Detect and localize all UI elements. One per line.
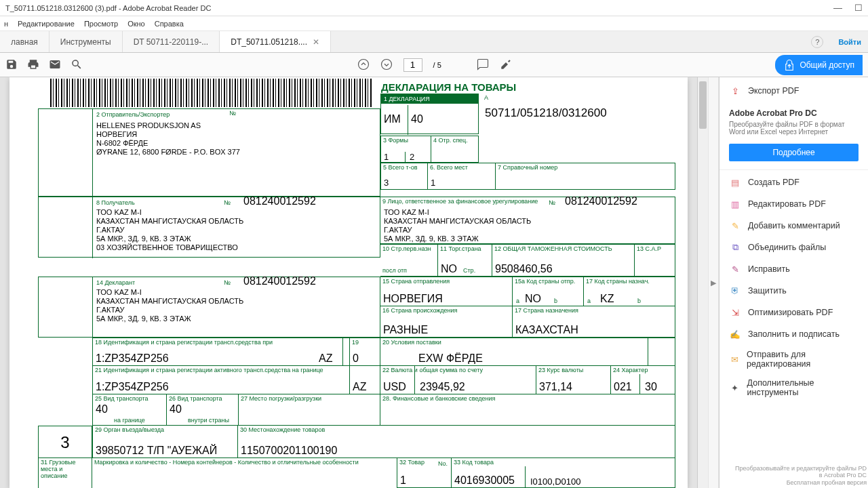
declaration-title: ДЕКЛАРАЦИЯ НА ТОВАРЫ xyxy=(381,81,516,93)
sidebar-item-combine[interactable]: ⧉Объединить файлы xyxy=(719,237,868,258)
menu-window[interactable]: Окно xyxy=(127,20,145,28)
menu-file[interactable]: н xyxy=(4,20,8,28)
search-icon[interactable] xyxy=(71,58,83,72)
sidebar-item-moretools[interactable]: ✦Дополнительные инструменты xyxy=(719,373,868,402)
sign-icon[interactable] xyxy=(500,58,512,72)
share-button[interactable]: Общий доступ xyxy=(775,55,863,75)
redact-icon: ✎ xyxy=(729,263,741,275)
print-icon[interactable] xyxy=(27,58,39,72)
comment-pdf-icon: ✎ xyxy=(729,220,741,232)
sidebar-item-sendreview[interactable]: ✉Отправить для редактирования xyxy=(719,345,868,373)
menubar: н Редактирование Просмотр Окно Справка xyxy=(0,16,868,31)
page-up-icon[interactable] xyxy=(357,58,370,72)
sidebar-item-redact[interactable]: ✎Исправить xyxy=(719,258,868,280)
page-number-input[interactable] xyxy=(403,58,422,72)
combine-icon: ⧉ xyxy=(729,241,741,253)
create-pdf-icon: ▤ xyxy=(729,176,741,188)
sidebar-item-edit[interactable]: ▥Редактировать PDF xyxy=(719,193,868,215)
sidebar-item-create[interactable]: ▤Создать PDF xyxy=(719,171,868,193)
login-button[interactable]: Войти xyxy=(831,38,868,46)
send-icon: ✉ xyxy=(729,353,740,365)
svg-point-0 xyxy=(358,59,368,69)
tab-doc1[interactable]: DT 50711-220119-... xyxy=(123,31,220,52)
vertical-scrollbar[interactable] xyxy=(697,77,708,488)
menu-view[interactable]: Просмотр xyxy=(84,20,118,28)
window-titlebar: T_50711.051218.0312600 (3).pdf - Adobe A… xyxy=(0,0,868,16)
sidebar-item-export[interactable]: ⇪Экспорт PDF xyxy=(719,80,868,102)
comment-icon[interactable] xyxy=(477,58,489,72)
sidebar-item-fillsign[interactable]: ✍Заполнить и подписать xyxy=(719,323,868,345)
tab-tools[interactable]: Инструменты xyxy=(50,31,123,52)
tab-doc2[interactable]: DT_50711.051218....✕ xyxy=(220,31,331,52)
wrench-icon: ✦ xyxy=(729,382,741,394)
sidebar-pro-desc: Преобразуйте файлы PDF в формат Word или… xyxy=(719,121,868,141)
scroll-thumb[interactable] xyxy=(699,81,707,129)
close-icon[interactable]: ✕ xyxy=(313,37,319,47)
tab-home[interactable]: лавная xyxy=(0,31,50,52)
reference-number: 50711/051218/0312600 xyxy=(482,106,610,120)
sidebar-item-protect[interactable]: ⛨Защитить xyxy=(719,280,868,302)
sidebar-item-optimize[interactable]: ⇲Оптимизировать PDF xyxy=(719,302,868,323)
tabbar: лавная Инструменты DT 50711-220119-... D… xyxy=(0,31,868,53)
mail-icon[interactable] xyxy=(49,58,61,72)
document-viewport[interactable]: ДЕКЛАРАЦИЯ НА ТОВАРЫ 2 Отправитель/Экспо… xyxy=(0,77,697,488)
optimize-icon: ⇲ xyxy=(729,306,741,319)
barcode xyxy=(50,79,372,107)
export-pdf-icon: ⇪ xyxy=(729,85,741,97)
pdf-page: ДЕКЛАРАЦИЯ НА ТОВАРЫ 2 Отправитель/Экспо… xyxy=(9,77,688,488)
minimize-icon[interactable]: — xyxy=(833,3,842,13)
sidebar-item-comment[interactable]: ✎Добавить комментарий xyxy=(719,215,868,237)
help-icon[interactable]: ? xyxy=(811,36,823,48)
sidebar-collapse-icon[interactable]: ▶ xyxy=(708,77,719,488)
shield-icon: ⛨ xyxy=(729,285,741,297)
tools-sidebar: ⇪Экспорт PDF Adobe Acrobat Pro DC Преобр… xyxy=(719,77,868,488)
page-down-icon[interactable] xyxy=(380,58,393,72)
watermark: Преобразовывайте и редактируйте файлы PD… xyxy=(735,465,867,487)
page-total: / 5 xyxy=(433,61,441,69)
window-title: T_50711.051218.0312600 (3).pdf - Adobe A… xyxy=(5,4,833,12)
menu-help[interactable]: Справка xyxy=(155,20,184,28)
svg-point-1 xyxy=(381,59,391,69)
learn-more-button[interactable]: Подробнее xyxy=(729,144,859,161)
save-icon[interactable] xyxy=(5,58,18,72)
edit-pdf-icon: ▥ xyxy=(729,198,741,210)
box2-label: 2 Отправитель/Экспортер xyxy=(94,110,172,119)
maximize-icon[interactable]: ☐ xyxy=(854,3,863,13)
fillsign-icon: ✍ xyxy=(729,328,741,340)
sidebar-pro-title: Adobe Acrobat Pro DC xyxy=(719,102,868,121)
toolbar: / 5 Общий доступ xyxy=(0,53,868,77)
menu-edit[interactable]: Редактирование xyxy=(18,20,75,28)
